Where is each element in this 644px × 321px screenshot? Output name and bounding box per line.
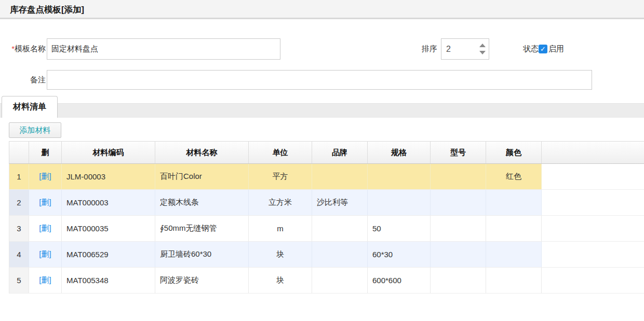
- cell-model: [431, 190, 486, 215]
- cell-code: MAT006529: [62, 242, 155, 267]
- status-label: 状态: [523, 44, 539, 54]
- cell-spec: [368, 190, 431, 215]
- row-number-cell: 5: [9, 268, 29, 293]
- row-filler: [542, 190, 644, 215]
- cell-brand: [312, 164, 368, 189]
- cell-brand: 沙比利等: [312, 190, 368, 215]
- tab-material-list[interactable]: 材料清单: [2, 96, 58, 118]
- table-row[interactable]: 5[删]MAT005348阿波罗瓷砖块600*600: [9, 268, 644, 294]
- cell-unit: 平方: [249, 164, 312, 189]
- column-header-model: 型号: [431, 142, 486, 163]
- sort-label: 排序: [422, 44, 437, 54]
- cell-spec: 50: [368, 216, 431, 241]
- cell-model: [431, 216, 486, 241]
- status-checkbox[interactable]: ✓: [539, 45, 547, 53]
- column-header-del: 删: [29, 142, 62, 163]
- column-header-code: 材料编码: [62, 142, 155, 163]
- table-body: 1[删]JLM-00003百叶门Color平方红色2[删]MAT000003定额…: [9, 164, 644, 294]
- delete-link[interactable]: [删]: [39, 172, 51, 182]
- page-title: 库存盘点模板[添加]: [0, 0, 644, 19]
- form-row-main: *模板名称 排序 状态 ✓ 启用: [0, 38, 644, 60]
- row-number-cell: 1: [9, 164, 29, 189]
- cell-model: [431, 268, 486, 293]
- remark-input[interactable]: [47, 70, 592, 90]
- delete-link[interactable]: [删]: [39, 249, 51, 259]
- cell-name: 百叶门Color: [155, 164, 249, 189]
- column-header-filler: [542, 142, 644, 163]
- cell-color: [486, 242, 542, 267]
- delete-cell: [删]: [29, 164, 62, 189]
- cell-brand: [312, 268, 368, 293]
- row-number-cell: 4: [9, 242, 29, 267]
- sort-stepper: [441, 38, 489, 60]
- cell-name: 厨卫墙砖60*30: [155, 242, 249, 267]
- column-header-spec: 规格: [368, 142, 431, 163]
- status-checkbox-label: 启用: [548, 44, 564, 54]
- column-header-name: 材料名称: [155, 142, 249, 163]
- cell-spec: 600*600: [368, 268, 431, 293]
- cell-unit: 块: [249, 242, 312, 267]
- row-filler: [542, 242, 644, 267]
- cell-brand: [312, 216, 368, 241]
- cell-code: MAT005348: [62, 268, 155, 293]
- cell-code: MAT000003: [62, 190, 155, 215]
- delete-link[interactable]: [删]: [39, 275, 51, 285]
- cell-color: [486, 268, 542, 293]
- cell-color: 红色: [486, 164, 542, 189]
- sort-spinner-buttons: [479, 38, 486, 60]
- delete-link[interactable]: [删]: [39, 198, 51, 207]
- table-header-row: 删材料编码材料名称单位品牌规格型号颜色: [9, 141, 644, 164]
- cell-code: MAT000035: [62, 216, 155, 241]
- table-row[interactable]: 4[删]MAT006529厨卫墙砖60*30块60*30: [9, 242, 644, 268]
- add-material-button[interactable]: 添加材料: [9, 122, 61, 138]
- cell-name: 阿波罗瓷砖: [155, 268, 249, 293]
- cell-brand: [312, 242, 368, 267]
- form-row-remark: 备注: [0, 70, 644, 90]
- row-filler: [542, 164, 644, 189]
- cell-code: JLM-00003: [62, 164, 155, 189]
- tab-strip: 材料清单: [0, 96, 644, 118]
- cell-unit: 立方米: [249, 190, 312, 215]
- delete-link[interactable]: [删]: [39, 224, 51, 233]
- template-name-input[interactable]: [47, 38, 280, 60]
- cell-unit: 块: [249, 268, 312, 293]
- table-row[interactable]: 2[删]MAT000003定额木线条立方米沙比利等: [9, 190, 644, 216]
- remark-label: 备注: [0, 75, 46, 85]
- cell-name: ∮50mm无缝钢管: [155, 216, 249, 241]
- cell-color: [486, 216, 542, 241]
- row-filler: [542, 216, 644, 241]
- cell-unit: m: [249, 216, 312, 241]
- cell-model: [431, 242, 486, 267]
- column-header-color: 颜色: [486, 142, 542, 163]
- cell-model: [431, 164, 486, 189]
- template-name-label: *模板名称: [0, 44, 46, 54]
- delete-cell: [删]: [29, 242, 62, 267]
- table-row[interactable]: 3[删]MAT000035∮50mm无缝钢管m50: [9, 216, 644, 242]
- row-number-cell: 3: [9, 216, 29, 241]
- material-table: 删材料编码材料名称单位品牌规格型号颜色 1[删]JLM-00003百叶门Colo…: [9, 141, 644, 294]
- cell-name: 定额木线条: [155, 190, 249, 215]
- cell-color: [486, 190, 542, 215]
- cell-spec: [368, 164, 431, 189]
- cell-spec: 60*30: [368, 242, 431, 267]
- delete-cell: [删]: [29, 268, 62, 293]
- delete-cell: [删]: [29, 190, 62, 215]
- column-header-rownum: [9, 142, 29, 163]
- spinner-up-icon[interactable]: [479, 44, 486, 47]
- table-row[interactable]: 1[删]JLM-00003百叶门Color平方红色: [9, 164, 644, 190]
- row-number-cell: 2: [9, 190, 29, 215]
- spinner-down-icon[interactable]: [479, 51, 486, 54]
- tab-strip-background: [0, 103, 644, 118]
- column-header-brand: 品牌: [312, 142, 368, 163]
- row-filler: [542, 268, 644, 293]
- delete-cell: [删]: [29, 216, 62, 241]
- column-header-unit: 单位: [249, 142, 312, 163]
